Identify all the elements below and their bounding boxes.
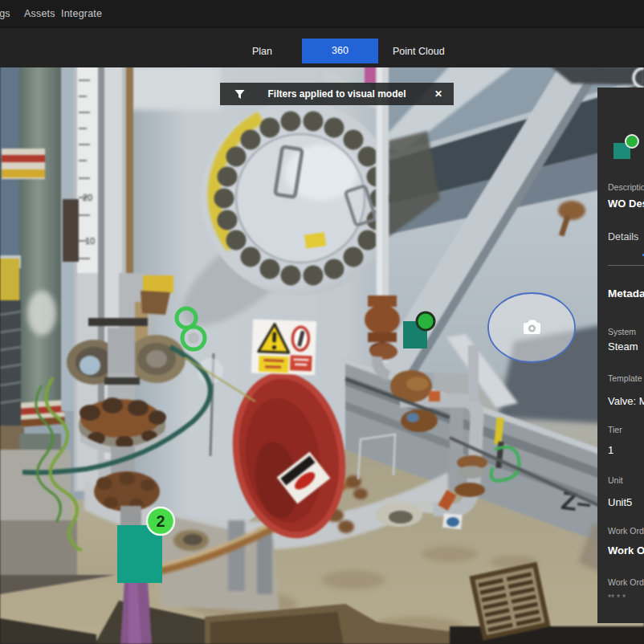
svg-text:2: 2 [156,512,165,530]
